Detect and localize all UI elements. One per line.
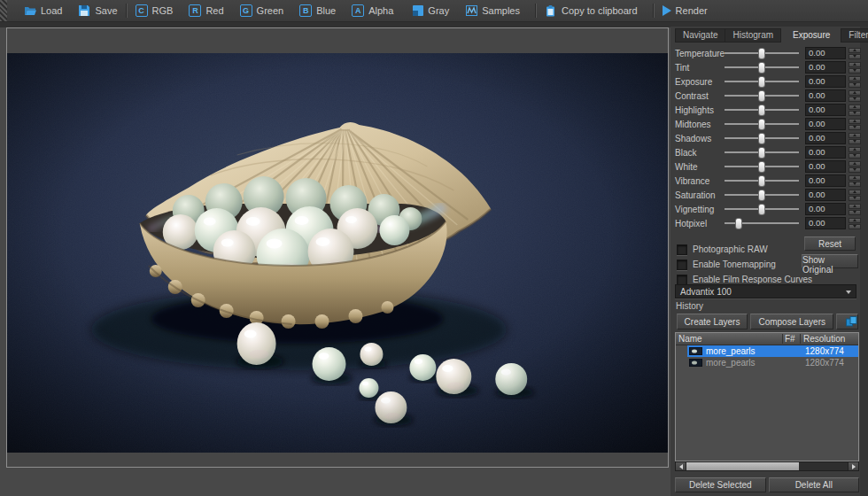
shadows-value-field[interactable]: 0.00 [805, 132, 846, 144]
highlights-slider[interactable] [723, 103, 801, 117]
saturation-slider[interactable] [723, 188, 801, 202]
spin-up-button[interactable] [849, 218, 861, 223]
history-horizontal-scrollbar[interactable] [675, 461, 859, 471]
show-original-button[interactable]: Show Original [802, 254, 858, 268]
spin-up-button[interactable] [849, 175, 861, 181]
spin-up-button[interactable] [849, 76, 861, 81]
vignetting-value-field[interactable]: 0.00 [805, 203, 846, 215]
scrollbar-track[interactable] [686, 462, 848, 470]
delete-all-button[interactable]: Delete All [769, 477, 860, 492]
column-fnumber[interactable]: F# [782, 334, 800, 344]
temperature-slider[interactable] [723, 46, 801, 60]
black-value-field[interactable]: 0.00 [805, 146, 846, 159]
spin-down-button[interactable] [849, 139, 861, 144]
spin-up-button[interactable] [849, 105, 861, 110]
render-button[interactable]: Render [660, 2, 710, 19]
duplicate-layer-button[interactable] [836, 314, 858, 329]
toolbar-grip[interactable] [0, 0, 7, 21]
spin-up-button[interactable] [849, 48, 861, 53]
gray-channel-button[interactable]: Gray [410, 2, 452, 19]
temperature-value-field[interactable]: 0.00 [805, 47, 846, 59]
spin-down-button[interactable] [849, 210, 861, 215]
vibrance-value-field[interactable]: 0.00 [805, 174, 846, 187]
tab-exposure[interactable]: Exposure [785, 28, 838, 43]
spin-down-button[interactable] [849, 97, 861, 102]
white-value-field[interactable]: 0.00 [805, 160, 846, 173]
slider-handle[interactable] [758, 119, 765, 130]
tab-histogram[interactable]: Histogram [725, 28, 781, 43]
spin-up-button[interactable] [849, 133, 861, 138]
slider-handle[interactable] [758, 161, 765, 173]
scroll-left-button[interactable] [676, 462, 686, 470]
slider-handle[interactable] [758, 76, 765, 88]
history-row[interactable]: more_pearls 1280x774 [676, 357, 858, 368]
tab-filter[interactable]: Filter [841, 28, 868, 43]
spin-down-button[interactable] [849, 182, 861, 187]
compose-layers-button[interactable]: Compose Layers [750, 314, 833, 329]
spin-down-button[interactable] [849, 111, 861, 116]
spin-down-button[interactable] [849, 54, 861, 59]
history-list[interactable]: Name F# Resolution more_pearls 1280x774 [675, 332, 859, 461]
spin-up-button[interactable] [849, 147, 861, 152]
history-list-header[interactable]: Name F# Resolution [676, 333, 858, 345]
spin-down-button[interactable] [849, 125, 861, 130]
tab-navigate[interactable]: Navigate [675, 28, 725, 43]
shadows-slider[interactable] [723, 131, 801, 145]
slider-handle[interactable] [758, 105, 765, 116]
spin-up-button[interactable] [849, 204, 861, 209]
spin-up-button[interactable] [849, 119, 861, 124]
green-channel-button[interactable]: G Green [237, 2, 287, 19]
contrast-slider[interactable] [723, 89, 801, 103]
spin-down-button[interactable] [849, 196, 861, 201]
slider-handle[interactable] [758, 62, 765, 74]
checkbox-box[interactable] [677, 244, 687, 255]
tint-slider[interactable] [723, 60, 801, 74]
rgb-channel-button[interactable]: C RGB [133, 2, 176, 19]
spin-up-button[interactable] [849, 90, 861, 96]
spin-down-button[interactable] [849, 82, 861, 88]
midtones-value-field[interactable]: 0.00 [805, 118, 846, 130]
exposure-value-field[interactable]: 0.00 [805, 75, 846, 88]
white-slider[interactable] [723, 159, 801, 174]
black-slider[interactable] [723, 145, 801, 159]
hotpixel-slider[interactable] [723, 216, 801, 230]
alpha-channel-button[interactable]: A Alpha [349, 2, 396, 19]
spin-down-button[interactable] [849, 167, 861, 173]
copy-to-clipboard-button[interactable]: Copy to clipboard [542, 2, 640, 19]
checkbox-box[interactable] [677, 260, 687, 270]
scrollbar-thumb[interactable] [686, 462, 799, 470]
slider-handle[interactable] [735, 218, 742, 229]
history-row[interactable]: more_pearls 1280x774 [676, 345, 858, 357]
create-layers-button[interactable]: Create Layers [677, 314, 748, 329]
spin-down-button[interactable] [849, 68, 861, 74]
delete-selected-button[interactable]: Delete Selected [675, 477, 766, 492]
checkbox-enable-tonemapping[interactable]: Enable Tonemapping [677, 257, 812, 272]
highlights-value-field[interactable]: 0.00 [805, 104, 846, 116]
slider-handle[interactable] [758, 175, 765, 187]
render-viewport[interactable] [6, 27, 669, 468]
slider-handle[interactable] [758, 48, 765, 59]
vignetting-slider[interactable] [723, 202, 801, 216]
vibrance-slider[interactable] [723, 174, 801, 188]
spin-up-button[interactable] [849, 62, 861, 67]
scroll-right-button[interactable] [848, 462, 858, 470]
slider-handle[interactable] [758, 133, 765, 144]
slider-handle[interactable] [758, 90, 765, 102]
spin-down-button[interactable] [849, 153, 861, 159]
load-button[interactable]: Load [21, 2, 65, 19]
slider-handle[interactable] [758, 190, 765, 201]
spin-up-button[interactable] [849, 161, 861, 167]
slider-handle[interactable] [758, 147, 765, 159]
saturation-value-field[interactable]: 0.00 [805, 189, 846, 201]
checkbox-photographic-raw[interactable]: Photographic RAW [677, 242, 812, 257]
contrast-value-field[interactable]: 0.00 [805, 89, 846, 102]
reset-button[interactable]: Reset [804, 236, 856, 251]
checkbox-box[interactable] [677, 275, 687, 285]
column-name[interactable]: Name [676, 334, 782, 344]
exposure-slider[interactable] [723, 74, 801, 89]
blue-channel-button[interactable]: B Blue [297, 2, 338, 19]
column-resolution[interactable]: Resolution [800, 334, 858, 344]
tint-value-field[interactable]: 0.00 [805, 61, 846, 74]
samples-button[interactable]: Samples [462, 2, 523, 19]
midtones-slider[interactable] [723, 117, 801, 131]
